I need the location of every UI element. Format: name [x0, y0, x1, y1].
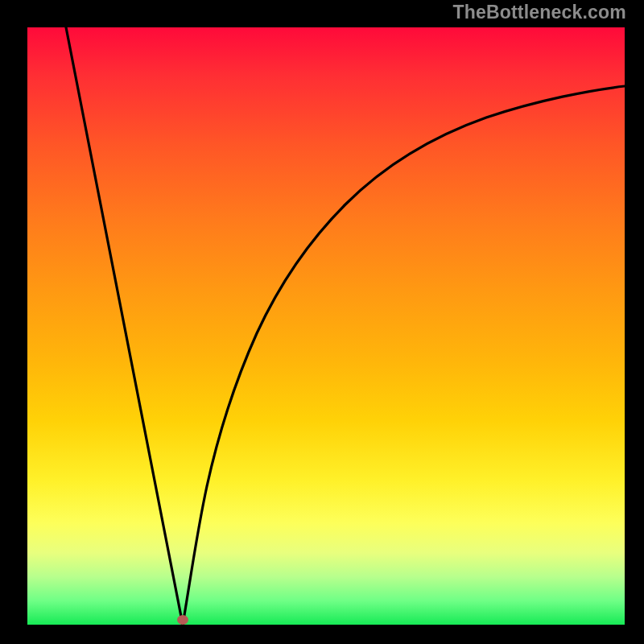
curve-left-branch — [66, 27, 183, 625]
curve-right-branch — [183, 86, 625, 625]
chart-frame: TheBottleneck.com — [0, 0, 644, 644]
bottleneck-curve — [27, 27, 625, 625]
minimum-marker — [177, 615, 188, 625]
watermark-text: TheBottleneck.com — [452, 2, 626, 23]
plot-area — [27, 27, 625, 625]
